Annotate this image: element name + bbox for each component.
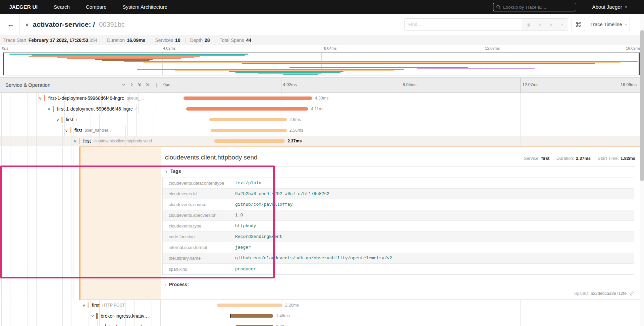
process-accordion-header[interactable]: › Process: [165, 282, 189, 287]
span-toggle-icon[interactable]: ∨ [73, 139, 77, 143]
prev-match-icon[interactable]: ∧ [534, 19, 546, 30]
span-duration-bar[interactable] [209, 118, 287, 121]
span-row[interactable]: ∨broker-ingress.knativ…1.46ms [0, 311, 644, 321]
span-duration-bar[interactable] [214, 139, 285, 143]
minimap-left-scrubber[interactable] [3, 53, 4, 75]
minimap-span [67, 58, 181, 59]
span-detail-row: cloudevents.client.httpbody send Service… [0, 146, 644, 300]
nav-item-search[interactable]: Search [54, 4, 70, 10]
span-id-value: b22debcaa8e712fe [591, 291, 627, 296]
span-row[interactable]: ∨firstcloudevents.client.httpbody send2.… [0, 136, 644, 146]
span-duration-label: 1.46ms [276, 311, 290, 321]
collapse-trace-header-icon[interactable]: ∨ [25, 22, 29, 27]
span-tree-cell[interactable]: ∨broker-ingress.kn… [0, 321, 161, 326]
span-duration-label: 4.11ms [311, 104, 324, 114]
span-duration-bar[interactable] [186, 107, 308, 111]
span-timeline-cell[interactable]: 2.26ms [161, 300, 640, 311]
span-row[interactable]: ∨first-1-deployment-59968d6f46-lngrcqueu… [0, 93, 644, 104]
operation-name: / [136, 107, 137, 111]
span-row[interactable]: ∨firstuser_handler: /2.56ms [0, 125, 644, 136]
span-toggle-icon[interactable]: ∨ [39, 96, 42, 101]
find-box[interactable] [405, 18, 523, 30]
minimap-canvas[interactable] [3, 52, 640, 75]
clear-find-icon[interactable]: × [557, 19, 568, 30]
timeline-gridline [520, 300, 521, 311]
span-tree-cell[interactable]: ∨first-1-deployment-59968d6f46-lngrc/ [0, 104, 161, 114]
vertical-scrollbar[interactable] [640, 14, 644, 326]
back-button[interactable]: ← [5, 18, 17, 30]
span-row[interactable]: ∨firstHTTP POST2.26ms [0, 300, 644, 311]
collapse-one-icon[interactable] [121, 82, 126, 87]
keyboard-shortcuts-button[interactable]: ⌘ [572, 18, 585, 31]
find-controls: ◉ ∧ ∨ × [523, 18, 568, 30]
span-tree-cell[interactable]: ∨firstcloudevents.client.httpbody send [0, 136, 161, 146]
span-duration-label: 2.6ms [289, 114, 301, 125]
find-input[interactable] [408, 22, 519, 27]
column-resizer[interactable] [156, 83, 158, 87]
span-tree-cell[interactable]: ∨broker-ingress.knativ… [0, 311, 161, 321]
span-timeline-cell[interactable]: 2.56ms [161, 125, 640, 136]
minimap-right-scrubber[interactable] [639, 53, 640, 75]
minimap-span [283, 74, 318, 75]
tags-accordion-header[interactable]: ∨ Tags [165, 169, 181, 174]
tag-value: github.com/cloudevents/sdk-go/observabil… [235, 256, 392, 261]
summary-item: Depth28 [190, 38, 210, 43]
span-toggle-icon[interactable]: ∨ [56, 118, 59, 122]
span-detail-meta: Service:firstDuration:2.37msStart Time:1… [524, 156, 635, 161]
expand-one-icon[interactable] [129, 82, 134, 87]
span-timeline-cell[interactable]: 2.6ms [161, 114, 640, 125]
span-duration-bar[interactable] [230, 314, 273, 318]
trace-id-input[interactable] [503, 5, 570, 10]
ruler-gridline [281, 78, 281, 92]
span-timeline-cell[interactable]: 2.37ms [161, 136, 640, 146]
span-toggle-icon[interactable]: ∨ [82, 303, 86, 308]
span-timeline-cell[interactable]: 4.33ms [161, 93, 640, 104]
span-duration-label: 4.33ms [315, 93, 329, 104]
collapse-all-icon[interactable] [138, 82, 142, 87]
about-jaeger-menu[interactable]: About Jaeger ∨ [592, 0, 627, 14]
span-duration-bar[interactable] [211, 129, 287, 132]
span-timeline-cell[interactable]: 4.11ms [161, 104, 640, 114]
span-toggle-icon[interactable]: ∨ [65, 128, 68, 133]
span-toggle-icon[interactable]: ∨ [100, 325, 103, 326]
operation-name: user_handler: / [85, 128, 112, 133]
tag-value: github/com/pavolloffay [235, 202, 293, 207]
next-match-icon[interactable]: ∨ [545, 19, 557, 30]
ruler-tick-label: 16.09ms [621, 82, 637, 87]
trace-view-select[interactable]: Trace Timeline ∨ [588, 18, 630, 31]
service-color-chip [79, 138, 80, 144]
span-duration-bar[interactable] [183, 96, 312, 100]
detail-indent-fill [80, 147, 161, 300]
span-row[interactable]: ∨broker-ingress.kn…1.28ms [0, 321, 644, 326]
span-row[interactable]: ∨first/2.6ms [0, 114, 644, 125]
minimap-span [235, 72, 340, 73]
ruler-tick-label: 0μs [2, 46, 8, 50]
divider [102, 38, 102, 43]
span-timeline-cell[interactable]: 1.28ms [161, 321, 640, 326]
span-toggle-icon[interactable]: ∨ [91, 314, 94, 318]
tag-row: cloudevents.datacontenttypetext/plain [163, 178, 634, 189]
expand-all-icon[interactable] [146, 82, 150, 87]
span-tree-cell[interactable]: ∨firstuser_handler: / [0, 125, 161, 136]
scrollbar-thumb[interactable] [640, 30, 644, 181]
minimap-span [229, 71, 344, 72]
service-color-chip [88, 302, 89, 308]
span-tree-cell[interactable]: ∨first-1-deployment-59968d6f46-lngrcqueu… [0, 93, 161, 104]
nav-item-compare[interactable]: Compare [86, 4, 107, 10]
span-timeline-cell[interactable]: 1.46ms [161, 311, 640, 321]
ruler-gridline [520, 78, 521, 92]
ruler-tick-label: 12.07ms [522, 82, 538, 87]
span-tree-cell[interactable]: ∨first/ [0, 114, 161, 125]
tags-table: cloudevents.datacontenttypetext/plainclo… [162, 178, 634, 275]
span-toggle-icon[interactable]: ∨ [47, 107, 51, 111]
trace-id-lookup[interactable] [493, 3, 576, 11]
span-row[interactable]: ∨first-1-deployment-59968d6f46-lngrc/4.1… [0, 104, 644, 114]
span-tree-cell[interactable]: ∨firstHTTP POST [0, 300, 161, 311]
jaeger-logo[interactable]: JAEGER UI [9, 4, 38, 10]
nav-item-system-architecture[interactable]: System Architecture [123, 4, 167, 10]
detail-meta-value: 2.37ms [576, 156, 591, 161]
focus-match-icon[interactable]: ◉ [523, 19, 534, 30]
copy-link-icon[interactable] [630, 291, 634, 296]
minimap-span [29, 56, 200, 57]
span-duration-bar[interactable] [217, 304, 282, 307]
